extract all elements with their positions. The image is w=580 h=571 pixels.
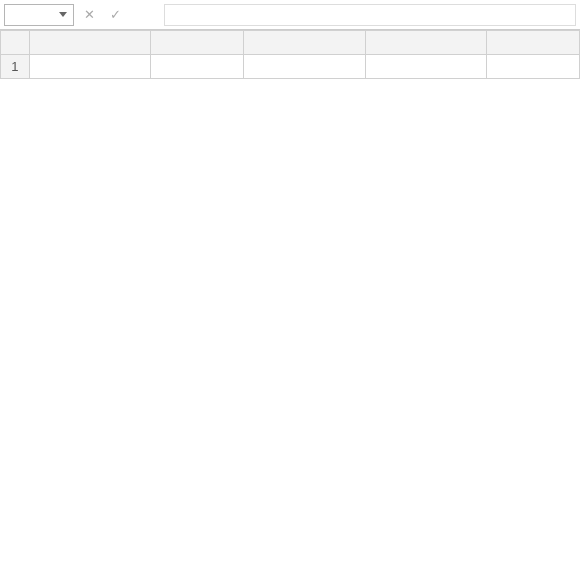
row-header[interactable]: 1 — [1, 55, 30, 79]
col-header-D[interactable] — [365, 31, 487, 55]
formula-input[interactable] — [164, 4, 576, 26]
col-header-C[interactable] — [244, 31, 366, 55]
formula-bar-row: ✕ ✓ — [0, 0, 580, 30]
name-box[interactable] — [4, 4, 74, 26]
cell-A1[interactable] — [29, 55, 151, 79]
column-header-row — [1, 31, 580, 55]
spreadsheet-grid[interactable]: 1 — [0, 30, 580, 79]
table-row: 1 — [1, 55, 580, 79]
chevron-down-icon[interactable] — [59, 12, 67, 17]
formula-buttons: ✕ ✓ — [80, 7, 158, 22]
cancel-icon[interactable]: ✕ — [80, 7, 98, 22]
cell-E1[interactable] — [487, 55, 580, 79]
col-header-A[interactable] — [29, 31, 151, 55]
cell-D1[interactable] — [365, 55, 487, 79]
col-header-E[interactable] — [487, 31, 580, 55]
col-header-B[interactable] — [151, 31, 244, 55]
cell-C1[interactable] — [244, 55, 366, 79]
select-all-corner[interactable] — [1, 31, 30, 55]
grid-wrapper: 1 — [0, 30, 580, 79]
enter-icon[interactable]: ✓ — [106, 7, 124, 22]
cell-B1[interactable] — [151, 55, 244, 79]
